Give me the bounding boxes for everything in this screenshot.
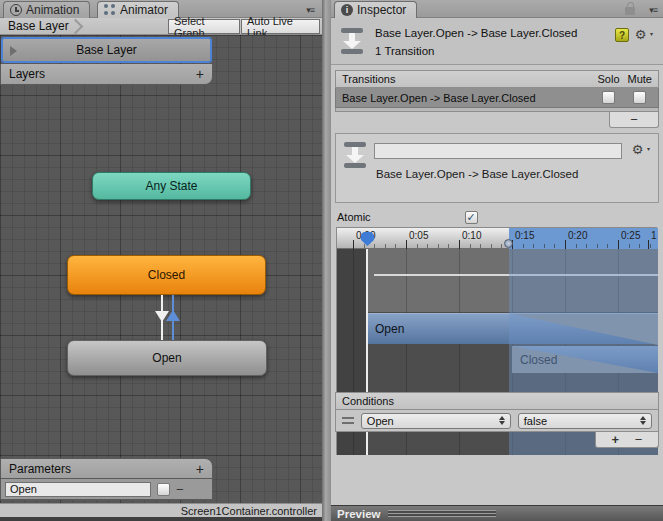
state-node-any-state[interactable]: Any State	[92, 172, 251, 200]
open-label: Open	[152, 351, 181, 365]
unity-editor-window: Animation Animator ▾≡ Base Layer Select …	[0, 0, 663, 521]
gear-icon[interactable]: ⚙	[635, 28, 653, 41]
breadcrumb-label: Base Layer	[8, 19, 69, 33]
auto-live-link-button[interactable]: Auto Live Link	[241, 19, 320, 34]
inspector-header: Base Layer.Open -> Base Layer.Closed 1 T…	[331, 18, 663, 65]
parameter-name-input[interactable]	[5, 482, 151, 497]
conditions-buttons-tray: + −	[595, 432, 659, 448]
help-glyph: ?	[619, 30, 625, 41]
transition-icon	[344, 142, 366, 168]
tab-animator[interactable]: Animator	[97, 1, 179, 18]
info-icon: i	[341, 4, 353, 16]
transition-icon	[341, 28, 363, 54]
breadcrumb[interactable]: Base Layer	[0, 18, 83, 35]
condition-value-dropdown[interactable]: false	[518, 413, 652, 429]
solo-column-label: Solo	[598, 73, 620, 85]
transitions-header: Transitions Solo Mute	[335, 70, 659, 88]
drag-handle-icon[interactable]	[342, 417, 354, 424]
controller-path-label: Screen1Container.controller	[181, 505, 317, 517]
arrowhead-up-icon	[166, 310, 180, 321]
transition-list-row[interactable]: Base Layer.Open -> Base Layer.Closed	[335, 88, 659, 108]
dropdown-arrows-icon	[499, 416, 505, 425]
tab-inspector-label: Inspector	[357, 3, 406, 17]
add-condition-button[interactable]: +	[612, 432, 620, 447]
foldout-triangle-icon[interactable]	[10, 46, 17, 56]
tab-animation-label: Animation	[26, 3, 79, 17]
tab-inspector[interactable]: i Inspector	[334, 1, 417, 18]
remove-condition-button[interactable]: −	[635, 432, 643, 447]
transition-title: Base Layer.Open -> Base Layer.Closed	[375, 27, 577, 39]
breadcrumb-bar: Base Layer Select Graph Auto Live Link	[0, 18, 322, 35]
animator-icon	[104, 4, 116, 16]
condition-parameter-value: Open	[367, 415, 394, 427]
gear-icon[interactable]: ⚙	[632, 143, 650, 156]
inspector-tabbar: i Inspector ▾≡	[331, 0, 663, 18]
transition-name-input[interactable]	[374, 143, 622, 159]
layer-row-base-layer[interactable]: Base Layer	[2, 38, 211, 62]
atomic-label: Atomic	[337, 211, 371, 223]
condition-parameter-dropdown[interactable]: Open	[361, 413, 511, 429]
state-node-closed[interactable]: Closed	[67, 255, 266, 295]
panel-splitter[interactable]	[322, 0, 331, 521]
help-icon[interactable]: ?	[615, 28, 629, 42]
state-node-open[interactable]: Open	[67, 340, 267, 376]
solo-checkbox[interactable]	[602, 91, 615, 104]
condition-compare-value: false	[524, 415, 547, 427]
preview-bar[interactable]: Preview	[331, 505, 663, 521]
tab-animation[interactable]: Animation	[3, 1, 90, 18]
tab-animator-label: Animator	[120, 3, 168, 17]
gear-glyph: ⚙	[632, 142, 644, 157]
lock-icon[interactable]	[625, 7, 635, 15]
select-graph-button[interactable]: Select Graph	[168, 19, 240, 34]
transition-detail-label: Base Layer.Open -> Base Layer.Closed	[376, 168, 578, 180]
atomic-checkbox[interactable]: ✓	[465, 211, 478, 224]
mute-checkbox[interactable]	[633, 91, 646, 104]
condition-row: Open false	[335, 410, 659, 432]
atomic-row: Atomic ✓	[337, 209, 661, 225]
parameters-header-label: Parameters	[9, 462, 71, 476]
animator-status-bar: Screen1Container.controller	[0, 503, 322, 517]
layers-header: Layers +	[0, 64, 213, 85]
state-machine-graph[interactable]: Base Layer Layers + Any State Closed Ope…	[0, 35, 322, 503]
conditions-header: Conditions	[335, 392, 659, 410]
add-layer-button[interactable]: +	[196, 66, 204, 82]
transitions-header-label: Transitions	[342, 73, 395, 85]
transition-start-handle[interactable]	[504, 239, 513, 248]
inspector-menu-icon[interactable]: ▾≡	[649, 5, 657, 15]
add-parameter-button[interactable]: +	[196, 461, 204, 477]
clock-icon	[10, 4, 22, 16]
any-state-label: Any State	[145, 179, 197, 193]
transitions-buttons-tray: −	[609, 112, 659, 128]
remove-parameter-button[interactable]: −	[176, 482, 184, 497]
transition-count: 1 Transition	[375, 45, 434, 57]
layer-label: Base Layer	[76, 43, 137, 57]
preview-drag-grip[interactable]	[388, 510, 496, 517]
panel-menu-icon[interactable]: ▾≡	[306, 5, 314, 15]
parameter-bool-checkbox[interactable]	[157, 483, 170, 496]
layers-header-label: Layers	[9, 67, 45, 81]
check-glyph: ✓	[467, 211, 476, 224]
transition-detail-box: ⚙ Base Layer.Open -> Base Layer.Closed	[335, 133, 659, 203]
parameters-header: Parameters +	[0, 458, 213, 479]
open-clip-label: Open	[375, 322, 404, 336]
window-bottom-edge	[0, 517, 322, 521]
preview-label: Preview	[337, 508, 380, 520]
closed-label: Closed	[148, 268, 185, 282]
conditions-header-label: Conditions	[342, 395, 394, 407]
transition-row-label: Base Layer.Open -> Base Layer.Closed	[342, 92, 536, 104]
animator-panel: Animation Animator ▾≡ Base Layer Select …	[0, 0, 322, 521]
timeline-ruler[interactable]: 0:00 0:05 0:10 0:15 0:20 0:25 1	[337, 228, 658, 249]
dropdown-arrows-icon	[640, 416, 646, 425]
inspector-panel: i Inspector ▾≡ Base Layer.Open -> Base L…	[331, 0, 663, 521]
remove-transition-button[interactable]: −	[630, 112, 638, 127]
parameter-row: −	[0, 479, 213, 500]
gear-glyph: ⚙	[635, 27, 647, 42]
mute-column-label: Mute	[628, 73, 652, 85]
